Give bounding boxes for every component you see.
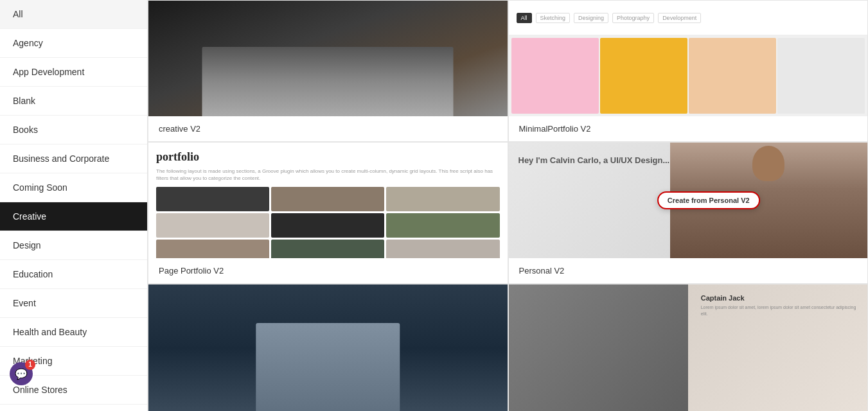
card-dark-female-image (148, 284, 508, 411)
sidebar-item-all[interactable]: All (0, 0, 147, 29)
chat-icon: 💬 (15, 368, 28, 380)
personal-cta-button[interactable]: Create from Personal V2 (657, 191, 760, 209)
sidebar-item-product[interactable]: Product (0, 405, 147, 411)
minimal-block-3 (689, 38, 776, 114)
sidebar-item-event[interactable]: Event (0, 289, 147, 318)
card-minimal-portfolio-v2[interactable]: All Sketching Designing Photography Deve… (508, 0, 869, 142)
minimal-nav-item-designing: Designing (574, 13, 608, 23)
captain-text-block: Captain Jack Lorem ipsum dolor sit amet,… (701, 294, 862, 317)
card-personal-v2-label: Personal V2 (509, 258, 868, 283)
card-creative-v2-label: creative V2 (148, 116, 508, 141)
portfolio-gal-8 (271, 240, 384, 258)
minimal-block-1 (511, 38, 599, 114)
main-content: creative V2 All Sketching Designing Phot… (148, 0, 868, 411)
portfolio-card-desc: The following layout is made using secti… (156, 168, 500, 182)
card-captain-image: Captain Jack Lorem ipsum dolor sit amet,… (509, 284, 868, 411)
card-creative-v2-image (148, 1, 508, 116)
template-grid: creative V2 All Sketching Designing Phot… (148, 0, 868, 411)
card-page-portfolio-v2-image: portfolio The following layout is made u… (148, 143, 508, 258)
minimal-block-2 (600, 38, 687, 114)
sidebar-item-health-and-beauty[interactable]: Health and Beauty (0, 318, 147, 347)
sidebar-item-education[interactable]: Education (0, 260, 147, 289)
card-page-portfolio-v2[interactable]: portfolio The following layout is made u… (148, 142, 508, 284)
sidebar-item-books[interactable]: Books (0, 116, 147, 144)
portfolio-gallery (156, 187, 500, 258)
minimal-nav-item-development: Development (658, 13, 701, 23)
sidebar-item-creative[interactable]: Creative (0, 202, 147, 231)
portfolio-gal-2 (271, 187, 384, 211)
minimal-block-4 (777, 38, 865, 114)
captain-desc: Lorem ipsum dolor sit amet, lorem ipsum … (701, 304, 862, 317)
minimal-nav-item-all: All (517, 13, 532, 23)
captain-person-image (509, 284, 688, 411)
portfolio-card-title: portfolio (156, 150, 500, 164)
notification-badge-button[interactable]: 💬 (10, 362, 33, 385)
portfolio-gal-5 (271, 213, 384, 238)
portfolio-gal-1 (156, 187, 269, 211)
minimal-nav-item-sketching: Sketching (536, 13, 571, 23)
card-captain[interactable]: Captain Jack Lorem ipsum dolor sit amet,… (508, 284, 869, 411)
card-personal-v2[interactable]: Hey I'm Calvin Carlo, a UI/UX Design... … (508, 142, 869, 284)
minimal-portfolio-layout: All Sketching Designing Photography Deve… (509, 1, 868, 116)
minimal-nav: All Sketching Designing Photography Deve… (509, 1, 868, 35)
portfolio-gal-7 (156, 240, 269, 258)
sidebar: All Agency App Development Blank Books B… (0, 0, 148, 411)
personal-text-block: Hey I'm Calvin Carlo, a UI/UX Design... (518, 155, 670, 166)
portfolio-gal-9 (386, 240, 499, 258)
card-minimal-portfolio-v2-image: All Sketching Designing Photography Deve… (509, 1, 868, 116)
sidebar-item-agency[interactable]: Agency (0, 29, 147, 58)
card-dark-female[interactable] (148, 284, 508, 411)
sidebar-item-coming-soon[interactable]: Coming Soon (0, 173, 147, 202)
sidebar-item-business-and-corporate[interactable]: Business and Corporate (0, 144, 147, 173)
creative-v2-thumbnail (148, 1, 508, 116)
card-personal-v2-image: Hey I'm Calvin Carlo, a UI/UX Design... … (509, 143, 868, 258)
minimal-nav-item-photography: Photography (612, 13, 654, 23)
portfolio-gal-6 (386, 213, 499, 238)
sidebar-item-app-development[interactable]: App Development (0, 58, 147, 87)
sidebar-item-blank[interactable]: Blank (0, 87, 147, 116)
person-head (752, 146, 784, 181)
card-creative-v2[interactable]: creative V2 (148, 0, 508, 142)
sidebar-item-design[interactable]: Design (0, 231, 147, 260)
badge-container: 💬 (10, 362, 33, 385)
portfolio-gal-3 (386, 187, 499, 211)
portfolio-gal-4 (156, 213, 269, 238)
minimal-gallery (509, 35, 868, 116)
personal-heading: Hey I'm Calvin Carlo, a UI/UX Design... (518, 155, 670, 166)
card-page-portfolio-v2-label: Page Portfolio V2 (148, 258, 508, 283)
captain-name: Captain Jack (701, 294, 862, 302)
card-minimal-portfolio-v2-label: MinimalPortfolio V2 (509, 116, 868, 141)
